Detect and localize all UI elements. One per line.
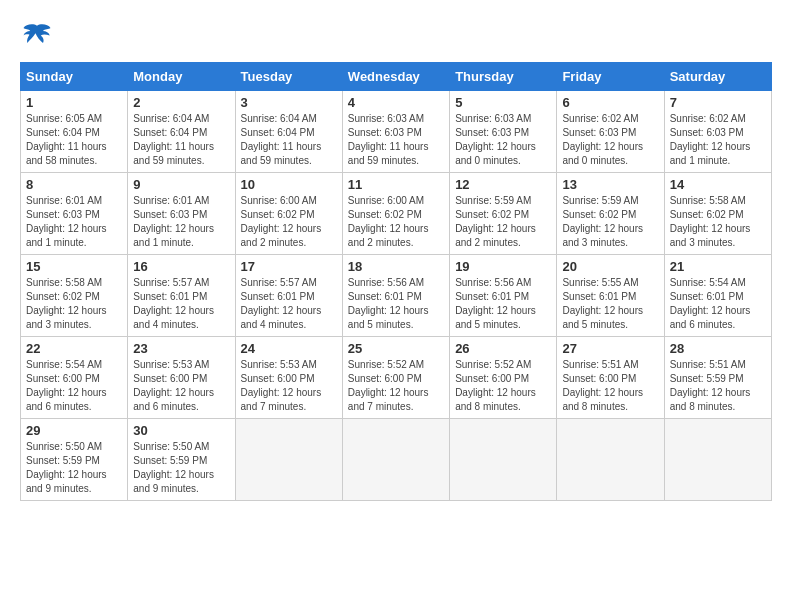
calendar-day-cell <box>557 419 664 501</box>
day-info: Sunrise: 5:52 AMSunset: 6:00 PMDaylight:… <box>348 358 444 414</box>
day-info: Sunrise: 5:53 AMSunset: 6:00 PMDaylight:… <box>241 358 337 414</box>
calendar-day-cell: 21Sunrise: 5:54 AMSunset: 6:01 PMDayligh… <box>664 255 771 337</box>
calendar-week-row: 8Sunrise: 6:01 AMSunset: 6:03 PMDaylight… <box>21 173 772 255</box>
calendar-day-cell: 9Sunrise: 6:01 AMSunset: 6:03 PMDaylight… <box>128 173 235 255</box>
day-info: Sunrise: 6:00 AMSunset: 6:02 PMDaylight:… <box>241 194 337 250</box>
calendar-day-cell: 19Sunrise: 5:56 AMSunset: 6:01 PMDayligh… <box>450 255 557 337</box>
calendar-day-cell: 23Sunrise: 5:53 AMSunset: 6:00 PMDayligh… <box>128 337 235 419</box>
day-number: 6 <box>562 95 658 110</box>
day-info: Sunrise: 5:52 AMSunset: 6:00 PMDaylight:… <box>455 358 551 414</box>
day-info: Sunrise: 6:03 AMSunset: 6:03 PMDaylight:… <box>348 112 444 168</box>
calendar-day-cell: 5Sunrise: 6:03 AMSunset: 6:03 PMDaylight… <box>450 91 557 173</box>
day-info: Sunrise: 6:00 AMSunset: 6:02 PMDaylight:… <box>348 194 444 250</box>
calendar-day-cell: 16Sunrise: 5:57 AMSunset: 6:01 PMDayligh… <box>128 255 235 337</box>
calendar-day-cell: 2Sunrise: 6:04 AMSunset: 6:04 PMDaylight… <box>128 91 235 173</box>
day-number: 5 <box>455 95 551 110</box>
day-info: Sunrise: 5:57 AMSunset: 6:01 PMDaylight:… <box>241 276 337 332</box>
day-number: 28 <box>670 341 766 356</box>
calendar-day-cell: 3Sunrise: 6:04 AMSunset: 6:04 PMDaylight… <box>235 91 342 173</box>
day-number: 22 <box>26 341 122 356</box>
day-info: Sunrise: 5:50 AMSunset: 5:59 PMDaylight:… <box>26 440 122 496</box>
calendar-day-cell: 11Sunrise: 6:00 AMSunset: 6:02 PMDayligh… <box>342 173 449 255</box>
calendar-week-row: 22Sunrise: 5:54 AMSunset: 6:00 PMDayligh… <box>21 337 772 419</box>
calendar-day-cell <box>235 419 342 501</box>
day-number: 24 <box>241 341 337 356</box>
calendar-day-cell: 13Sunrise: 5:59 AMSunset: 6:02 PMDayligh… <box>557 173 664 255</box>
day-number: 3 <box>241 95 337 110</box>
calendar-day-cell: 29Sunrise: 5:50 AMSunset: 5:59 PMDayligh… <box>21 419 128 501</box>
day-info: Sunrise: 6:05 AMSunset: 6:04 PMDaylight:… <box>26 112 122 168</box>
calendar-day-cell: 20Sunrise: 5:55 AMSunset: 6:01 PMDayligh… <box>557 255 664 337</box>
day-info: Sunrise: 5:51 AMSunset: 5:59 PMDaylight:… <box>670 358 766 414</box>
day-number: 27 <box>562 341 658 356</box>
day-info: Sunrise: 5:53 AMSunset: 6:00 PMDaylight:… <box>133 358 229 414</box>
day-number: 17 <box>241 259 337 274</box>
day-number: 30 <box>133 423 229 438</box>
calendar-day-cell <box>450 419 557 501</box>
calendar-day-cell: 1Sunrise: 6:05 AMSunset: 6:04 PMDaylight… <box>21 91 128 173</box>
calendar-week-row: 29Sunrise: 5:50 AMSunset: 5:59 PMDayligh… <box>21 419 772 501</box>
day-info: Sunrise: 6:01 AMSunset: 6:03 PMDaylight:… <box>133 194 229 250</box>
day-number: 1 <box>26 95 122 110</box>
weekday-header-monday: Monday <box>128 63 235 91</box>
day-number: 18 <box>348 259 444 274</box>
day-number: 23 <box>133 341 229 356</box>
calendar-day-cell: 27Sunrise: 5:51 AMSunset: 6:00 PMDayligh… <box>557 337 664 419</box>
day-info: Sunrise: 5:51 AMSunset: 6:00 PMDaylight:… <box>562 358 658 414</box>
weekday-header-wednesday: Wednesday <box>342 63 449 91</box>
calendar-day-cell: 4Sunrise: 6:03 AMSunset: 6:03 PMDaylight… <box>342 91 449 173</box>
day-number: 2 <box>133 95 229 110</box>
calendar-day-cell <box>664 419 771 501</box>
calendar-day-cell: 30Sunrise: 5:50 AMSunset: 5:59 PMDayligh… <box>128 419 235 501</box>
logo <box>20 20 52 54</box>
day-number: 15 <box>26 259 122 274</box>
day-info: Sunrise: 5:54 AMSunset: 6:01 PMDaylight:… <box>670 276 766 332</box>
calendar-day-cell: 7Sunrise: 6:02 AMSunset: 6:03 PMDaylight… <box>664 91 771 173</box>
day-number: 20 <box>562 259 658 274</box>
page-header <box>20 20 772 54</box>
calendar-day-cell: 15Sunrise: 5:58 AMSunset: 6:02 PMDayligh… <box>21 255 128 337</box>
calendar-day-cell: 12Sunrise: 5:59 AMSunset: 6:02 PMDayligh… <box>450 173 557 255</box>
day-number: 10 <box>241 177 337 192</box>
calendar-day-cell: 26Sunrise: 5:52 AMSunset: 6:00 PMDayligh… <box>450 337 557 419</box>
calendar-day-cell: 24Sunrise: 5:53 AMSunset: 6:00 PMDayligh… <box>235 337 342 419</box>
calendar-day-cell: 18Sunrise: 5:56 AMSunset: 6:01 PMDayligh… <box>342 255 449 337</box>
day-info: Sunrise: 5:57 AMSunset: 6:01 PMDaylight:… <box>133 276 229 332</box>
calendar-day-cell: 8Sunrise: 6:01 AMSunset: 6:03 PMDaylight… <box>21 173 128 255</box>
day-number: 9 <box>133 177 229 192</box>
day-number: 7 <box>670 95 766 110</box>
day-number: 12 <box>455 177 551 192</box>
weekday-header-row: SundayMondayTuesdayWednesdayThursdayFrid… <box>21 63 772 91</box>
calendar-day-cell: 14Sunrise: 5:58 AMSunset: 6:02 PMDayligh… <box>664 173 771 255</box>
weekday-header-friday: Friday <box>557 63 664 91</box>
day-info: Sunrise: 5:56 AMSunset: 6:01 PMDaylight:… <box>348 276 444 332</box>
day-info: Sunrise: 5:59 AMSunset: 6:02 PMDaylight:… <box>562 194 658 250</box>
day-info: Sunrise: 5:58 AMSunset: 6:02 PMDaylight:… <box>670 194 766 250</box>
day-number: 25 <box>348 341 444 356</box>
calendar-table: SundayMondayTuesdayWednesdayThursdayFrid… <box>20 62 772 501</box>
calendar-day-cell: 17Sunrise: 5:57 AMSunset: 6:01 PMDayligh… <box>235 255 342 337</box>
day-number: 8 <box>26 177 122 192</box>
day-info: Sunrise: 6:02 AMSunset: 6:03 PMDaylight:… <box>670 112 766 168</box>
day-info: Sunrise: 6:02 AMSunset: 6:03 PMDaylight:… <box>562 112 658 168</box>
day-info: Sunrise: 5:50 AMSunset: 5:59 PMDaylight:… <box>133 440 229 496</box>
day-info: Sunrise: 5:56 AMSunset: 6:01 PMDaylight:… <box>455 276 551 332</box>
day-info: Sunrise: 6:04 AMSunset: 6:04 PMDaylight:… <box>241 112 337 168</box>
day-info: Sunrise: 5:59 AMSunset: 6:02 PMDaylight:… <box>455 194 551 250</box>
calendar-day-cell: 10Sunrise: 6:00 AMSunset: 6:02 PMDayligh… <box>235 173 342 255</box>
calendar-day-cell: 28Sunrise: 5:51 AMSunset: 5:59 PMDayligh… <box>664 337 771 419</box>
day-number: 19 <box>455 259 551 274</box>
day-info: Sunrise: 5:55 AMSunset: 6:01 PMDaylight:… <box>562 276 658 332</box>
calendar-day-cell <box>342 419 449 501</box>
day-number: 4 <box>348 95 444 110</box>
weekday-header-sunday: Sunday <box>21 63 128 91</box>
calendar-week-row: 15Sunrise: 5:58 AMSunset: 6:02 PMDayligh… <box>21 255 772 337</box>
day-number: 14 <box>670 177 766 192</box>
day-info: Sunrise: 5:54 AMSunset: 6:00 PMDaylight:… <box>26 358 122 414</box>
weekday-header-thursday: Thursday <box>450 63 557 91</box>
weekday-header-saturday: Saturday <box>664 63 771 91</box>
day-number: 11 <box>348 177 444 192</box>
day-info: Sunrise: 6:01 AMSunset: 6:03 PMDaylight:… <box>26 194 122 250</box>
calendar-day-cell: 25Sunrise: 5:52 AMSunset: 6:00 PMDayligh… <box>342 337 449 419</box>
calendar-day-cell: 22Sunrise: 5:54 AMSunset: 6:00 PMDayligh… <box>21 337 128 419</box>
